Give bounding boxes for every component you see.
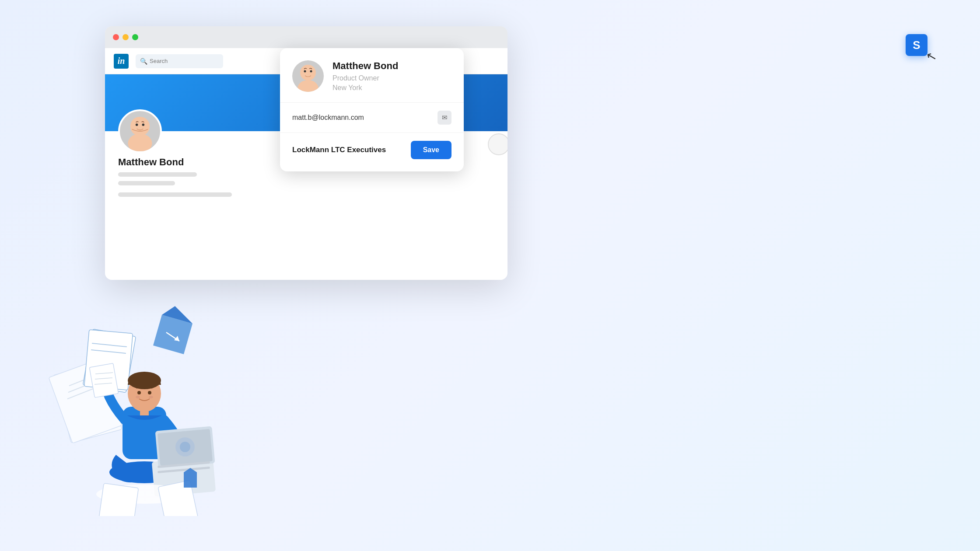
contact-popup-card: Matthew Bond Product Owner New York matt… [280, 48, 464, 171]
popup-contact-role: Product Owner [332, 74, 398, 82]
skeleton-line-1 [118, 172, 197, 177]
email-icon[interactable]: ✉ [438, 111, 452, 125]
svg-point-2 [136, 124, 138, 126]
traffic-light-green[interactable] [132, 34, 138, 40]
popup-contact-location: New York [332, 84, 398, 92]
svg-point-6 [304, 70, 306, 73]
svg-point-28 [149, 396, 153, 398]
svg-point-40 [180, 442, 190, 452]
svg-point-0 [130, 117, 150, 136]
svg-point-25 [137, 391, 141, 394]
profile-avatar [118, 109, 162, 153]
svg-point-7 [310, 70, 312, 73]
illustration-person [35, 289, 219, 516]
popup-email-text: matt.b@lockmann.com [292, 114, 364, 122]
linkedin-logo-text: in [118, 56, 125, 66]
skeleton-line-3 [118, 192, 232, 197]
traffic-light-red[interactable] [113, 34, 119, 40]
popup-email-row: matt.b@lockmann.com ✉ [292, 103, 452, 133]
svg-point-5 [298, 80, 318, 92]
search-icon: 🔍 [140, 58, 147, 65]
popup-contact-name: Matthew Bond [332, 60, 398, 72]
svg-point-1 [128, 134, 152, 151]
linkedin-logo: in [114, 54, 129, 69]
svg-point-27 [136, 396, 140, 398]
svg-point-26 [148, 391, 151, 394]
popup-avatar [292, 60, 324, 92]
search-wrapper: 🔍 [136, 54, 223, 68]
cursor-arrow: ↖ [924, 48, 938, 65]
profile-avatar-wrapper [118, 109, 162, 153]
popup-profile-row: Matthew Bond Product Owner New York [292, 60, 452, 92]
svg-point-4 [300, 65, 316, 80]
svg-rect-44 [98, 483, 138, 516]
save-button[interactable]: Save [411, 141, 452, 159]
small-action-button[interactable] [488, 133, 508, 155]
skeleton-line-2 [118, 181, 175, 185]
popup-list-name: LockMann LTC Executives [292, 146, 386, 154]
search-input[interactable] [136, 54, 223, 68]
browser-titlebar [105, 26, 508, 48]
traffic-light-yellow[interactable] [122, 34, 129, 40]
extension-letter: S [913, 38, 920, 52]
svg-point-3 [142, 124, 145, 126]
svg-rect-31 [89, 363, 118, 398]
popup-action-row: LockMann LTC Executives Save [292, 133, 452, 159]
extension-icon[interactable]: S [906, 34, 928, 56]
popup-info: Matthew Bond Product Owner New York [332, 60, 398, 92]
